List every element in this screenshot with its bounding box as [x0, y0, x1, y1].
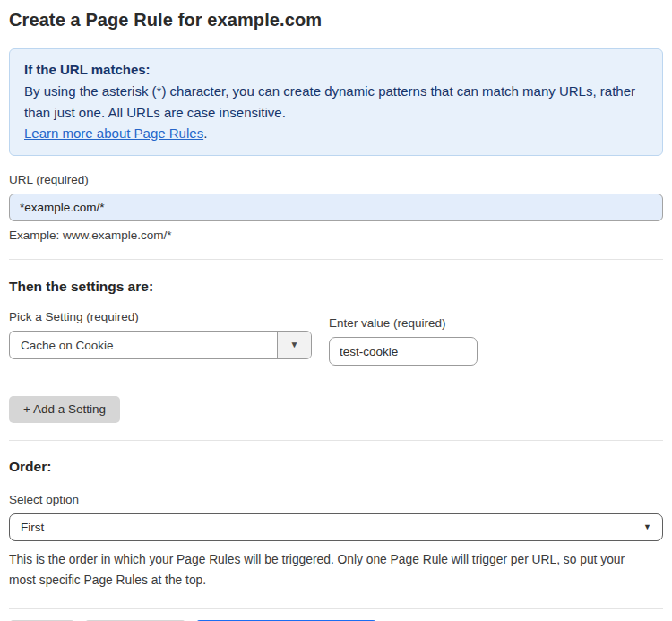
order-heading: Order: — [9, 459, 663, 475]
divider — [9, 259, 663, 260]
enter-value-column: Enter value (required) — [329, 316, 478, 366]
divider — [9, 440, 663, 441]
divider — [9, 608, 663, 609]
enter-value-label: Enter value (required) — [329, 316, 478, 330]
settings-row: Pick a Setting (required) Cache on Cooki… — [9, 310, 663, 366]
url-input[interactable] — [9, 194, 663, 221]
url-field-section: URL (required) Example: www.example.com/… — [9, 173, 663, 242]
order-select-value: First — [21, 521, 44, 534]
info-box-heading: If the URL matches: — [24, 59, 648, 80]
link-period: . — [203, 125, 207, 141]
setting-select[interactable]: Cache on Cookie ▼ — [9, 331, 312, 359]
url-example-helper: Example: www.example.com/* — [9, 229, 663, 242]
select-option-label: Select option — [9, 493, 663, 506]
info-box-body: By using the asterisk (*) character, you… — [24, 81, 648, 123]
chevron-down-icon: ▼ — [290, 341, 299, 349]
order-select[interactable]: First ▼ — [9, 513, 663, 541]
info-box-link-line: Learn more about Page Rules. — [24, 123, 648, 143]
setting-select-value: Cache on Cookie — [10, 332, 277, 358]
setting-value-input[interactable] — [329, 337, 478, 366]
url-matches-info-box: If the URL matches: By using the asteris… — [9, 48, 663, 156]
pick-setting-column: Pick a Setting (required) Cache on Cooki… — [9, 310, 312, 359]
learn-more-page-rules-link[interactable]: Learn more about Page Rules — [24, 125, 203, 141]
order-helper-text: This is the order in which your Page Rul… — [9, 549, 650, 591]
page-title: Create a Page Rule for example.com — [9, 0, 663, 30]
settings-section: Then the settings are: Pick a Setting (r… — [9, 279, 663, 423]
pick-setting-label: Pick a Setting (required) — [9, 310, 312, 323]
chevron-down-icon: ▼ — [643, 523, 651, 531]
settings-heading: Then the settings are: — [9, 279, 663, 295]
setting-select-arrow-button[interactable]: ▼ — [277, 332, 311, 358]
add-setting-button[interactable]: + Add a Setting — [9, 396, 120, 423]
order-section: Order: Select option First ▼ This is the… — [9, 459, 663, 591]
create-page-rule-form: Create a Page Rule for example.com If th… — [0, 0, 672, 621]
url-label: URL (required) — [9, 173, 663, 186]
